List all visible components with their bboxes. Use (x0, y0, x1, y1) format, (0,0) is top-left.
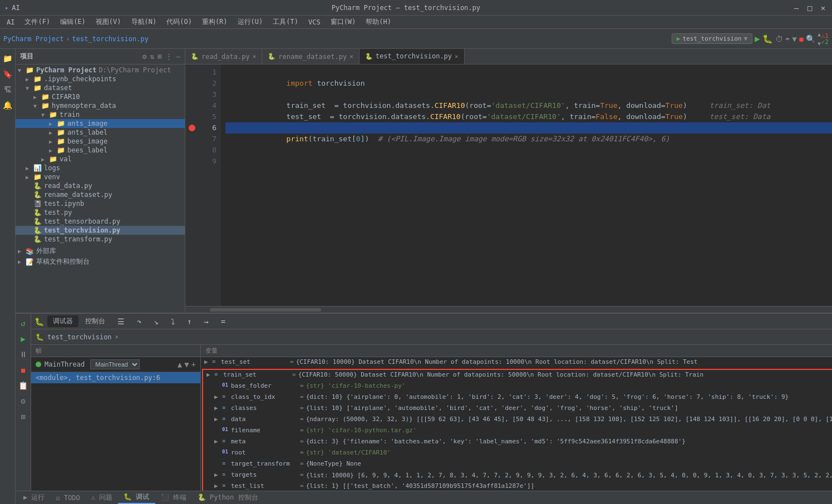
sort-icon[interactable]: ⇅ (150, 52, 155, 61)
var-expand-classes[interactable]: ▶ (214, 404, 222, 412)
tab-todo[interactable]: ☑ TODO (50, 493, 85, 503)
align-left-icon[interactable]: ☰ (112, 316, 130, 327)
thread-up-btn[interactable]: ▲ (178, 360, 182, 369)
step-into-my-icon[interactable]: ⤵ (165, 316, 180, 327)
scrollbar-thumb-h[interactable] (210, 308, 321, 312)
var-row-class-to-idx[interactable]: ▶ ≡ class_to_idx = {dict: 10} {'airplane… (203, 392, 832, 403)
thread-down-btn[interactable]: ▼ (184, 360, 189, 369)
debug-stop-icon[interactable]: ◼ (16, 363, 31, 377)
tree-item-project[interactable]: ▼ 📁 PyCharm Project D:\PyCharm Project (16, 66, 185, 75)
tab-torchvision-close[interactable]: ✕ (455, 53, 459, 60)
tree-item-cifar10[interactable]: ▶ 📁 CIFAR10 (16, 92, 185, 101)
tree-item-logs[interactable]: ▶ 📊 logs (16, 164, 185, 172)
bp-slot-1[interactable] (185, 67, 199, 78)
var-row-meta[interactable]: ▶ ≡ meta = {dict: 3} {'filename': 'batch… (203, 437, 832, 448)
menu-help[interactable]: 帮助(H) (361, 16, 396, 28)
structure-icon[interactable]: 🏗 (0, 82, 16, 97)
debug-rerun-icon[interactable]: ↺ (16, 316, 31, 330)
debug-tab-label[interactable]: 调试器 (47, 315, 78, 327)
bookmark-icon[interactable]: 🔖 (0, 67, 16, 81)
var-row-target-transform[interactable]: ≡ target_transform = {NoneType} None (203, 459, 832, 470)
tab-debug-bottom[interactable]: 🐛 调试 (118, 491, 155, 504)
debug-button[interactable]: 🐛 (762, 34, 773, 44)
debug-view-icon[interactable]: 📋 (16, 378, 31, 393)
tree-item-rename-dataset[interactable]: 🐍 rename_dataset.py (16, 190, 185, 199)
menu-ai[interactable]: AI (2, 17, 19, 27)
bp-slot-8[interactable] (185, 145, 199, 156)
scroll-down[interactable]: ▼ (818, 41, 821, 47)
debug-layout-icon[interactable]: ⊞ (16, 409, 31, 424)
tree-item-ants-image[interactable]: ▶ 📁 ants_image (16, 119, 185, 128)
var-row-base-folder[interactable]: 01 base_folder = {str} 'cifar-10-batches… (203, 381, 832, 392)
menu-refactor[interactable]: 重构(R) (198, 16, 232, 28)
tree-item-ants-label[interactable]: ▶ 📁 ants_label (16, 128, 185, 137)
tree-item-test-ipynb[interactable]: 📓 test.ipynb (16, 199, 185, 208)
debug-settings-icon2[interactable]: ⚙ (16, 394, 31, 408)
eval-icon[interactable]: = (215, 316, 231, 327)
project-icon[interactable]: 📁 (0, 51, 16, 66)
tab-run[interactable]: ▶ 运行 (18, 492, 50, 503)
var-row-data[interactable]: ▶ ≡ data = {ndarray: (50000, 32, 32, 3)}… (203, 414, 832, 426)
code-lines[interactable]: import torchvision train_set = torchvisi… (221, 65, 832, 306)
tree-item-ipynb[interactable]: ▶ 📁 .ipynb_checkpoints (16, 75, 185, 83)
bp-slot-3[interactable] (185, 89, 199, 100)
var-row-filename[interactable]: 01 filename = {str} 'cifar-10-python.tar… (203, 426, 832, 437)
var-expand-c2i[interactable]: ▶ (214, 393, 222, 401)
var-expand-train-set[interactable]: ▶ (206, 371, 214, 378)
menu-view[interactable]: 视图(V) (91, 16, 126, 28)
var-row-test-list[interactable]: ▶ ≡ test_list = {list: 1} [['test_batch'… (203, 481, 832, 491)
tab-rename-close[interactable]: ✕ (349, 53, 353, 60)
tree-item-read-data[interactable]: 🐍 read_data.py (16, 181, 185, 190)
var-expand-targets[interactable]: ▶ (214, 471, 222, 478)
call-stack-frame[interactable]: <module>, test_torchvision.py:6 (31, 372, 200, 383)
var-row-targets[interactable]: ▶ ≡ targets = {list: 10000} [6, 9, 9, 4,… (203, 470, 832, 481)
thread-selector-dropdown[interactable]: MainThread (90, 359, 140, 369)
tree-item-scratch[interactable]: ▶ 📝 草稿文件和控制台 (16, 256, 185, 267)
tree-item-bees-image[interactable]: ▶ 📁 bees_image (16, 137, 185, 146)
var-row-train-set[interactable]: ▶ ≡ train_set = {CIFAR10: 50000} Dataset… (203, 370, 832, 381)
editor-scrollbar-h[interactable] (185, 306, 832, 313)
menu-tools[interactable]: 工具(T) (268, 16, 303, 28)
var-expand-test-list[interactable]: ▶ (214, 482, 222, 490)
tree-item-test-transform[interactable]: 🐍 test_transform.py (16, 235, 185, 244)
var-expand-test-set[interactable]: ▶ (204, 358, 212, 365)
tree-item-venv[interactable]: ▶ 📁 venv (16, 172, 185, 181)
tab-terminal[interactable]: ⬛ 终端 (155, 492, 192, 503)
tab-rename-dataset[interactable]: 🐍 rename_dataset.py ✕ (262, 49, 359, 64)
menu-edit[interactable]: 编辑(E) (56, 16, 90, 28)
var-row-root[interactable]: 01 root = {str} 'dataset/CIFAR10' (203, 448, 832, 459)
tree-item-test-py[interactable]: 🐍 test.py (16, 208, 185, 217)
breadcrumb-project[interactable]: PyCharm Project (3, 35, 63, 43)
menu-run[interactable]: 运行(U) (233, 16, 268, 28)
step-into-icon[interactable]: ↘ (148, 316, 164, 327)
menu-file[interactable]: 文件(F) (20, 16, 55, 28)
run-config-selector[interactable]: ▶ test_torchvision ▼ (672, 33, 752, 44)
tree-item-test-tensorboard[interactable]: 🐍 test_tensorboard.py (16, 217, 185, 226)
debug-session-close[interactable]: ✕ (115, 333, 119, 340)
tab-read-data-close[interactable]: ✕ (253, 53, 257, 60)
gear-icon[interactable]: ⚙ (142, 52, 147, 61)
var-row-classes[interactable]: ▶ ≡ classes = {list: 10} ['airplane', 'a… (203, 403, 832, 414)
var-row-test-set[interactable]: ▶ ≡ test_set = {CIFAR10: 10000} Dataset … (201, 357, 832, 368)
menu-vcs[interactable]: VCS (304, 17, 325, 27)
menu-window[interactable]: 窗口(W) (326, 16, 361, 28)
var-expand-data[interactable]: ▶ (214, 416, 222, 423)
add-thread-btn[interactable]: + (191, 360, 196, 369)
tree-item-test-torchvision[interactable]: 🐍 test_torchvision.py (16, 226, 185, 235)
stop-button[interactable]: ◼ (799, 34, 804, 43)
bp-slot-2[interactable] (185, 78, 199, 89)
menu-nav[interactable]: 导航(N) (127, 16, 161, 28)
settings-icon[interactable]: ⋮ (165, 52, 173, 61)
breadcrumb-file[interactable]: test_torchvision.py (72, 35, 149, 43)
code-editor[interactable]: 1 2 3 4 5 6 7 8 9 import torchvision (185, 65, 832, 306)
bp-slot-6[interactable] (185, 122, 199, 134)
console-tab-label[interactable]: 控制台 (80, 315, 111, 327)
tab-read-data[interactable]: 🐍 read_data.py ✕ (185, 49, 262, 64)
menu-code[interactable]: 代码(O) (162, 16, 196, 28)
bp-slot-7[interactable] (185, 134, 199, 145)
coverage-button[interactable]: ☂ (785, 34, 790, 43)
debug-pause-icon[interactable]: ⏸ (16, 347, 31, 362)
tree-item-bees-label[interactable]: ▶ 📁 bees_label (16, 146, 185, 155)
tree-item-hymenoptera[interactable]: ▼ 📁 hymenoptera_data (16, 101, 185, 110)
step-out-icon[interactable]: ↑ (181, 316, 197, 327)
